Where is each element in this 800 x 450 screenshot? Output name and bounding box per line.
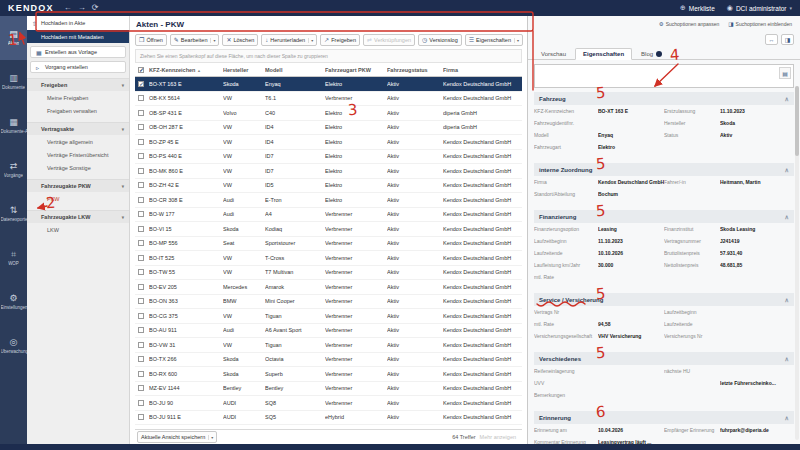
merkliste-button[interactable]: ⊕ Merkliste [680, 4, 715, 12]
row-checkbox[interactable] [138, 342, 144, 348]
table-row[interactable]: BO-AU 911 Audi A6 Avant Sport Verbrenner… [135, 324, 522, 339]
table-row[interactable]: BO-JU 911 E AUDI SQ5 eHybrid Aktiv Kendo… [135, 411, 522, 426]
rail-item-dokumente-admin[interactable]: ▦ Dokumente-Admin [0, 104, 27, 148]
download-button[interactable]: ↓ Herunterladen ▾ [261, 34, 317, 46]
menu-item-vertraege-fristenuebersicht[interactable]: Verträge Fristenübersicht ▾ [27, 148, 129, 161]
column-header-fahrzeugart[interactable]: Fahrzeugart PKW [325, 67, 387, 73]
rail-item-akten[interactable]: ▤ Akten [0, 16, 27, 60]
section-header[interactable]: Erinnerung ∧ [534, 411, 794, 424]
row-checkbox[interactable] [138, 356, 144, 362]
column-header-firma[interactable]: Firma [443, 67, 522, 73]
properties-button[interactable]: ☰ Eigenschaften ▾ [465, 34, 523, 46]
menu-item-freigaben-verwalten[interactable]: Freigaben verwalten ▾ [27, 104, 129, 117]
select-all-checkbox[interactable] [138, 67, 144, 73]
column-header-modell[interactable]: Modell [265, 67, 325, 73]
row-checkbox[interactable] [138, 327, 144, 333]
expand-panel-button[interactable]: ↔ [765, 34, 778, 45]
edit-button[interactable]: ✎ Bearbeiten ▾ [170, 34, 220, 46]
refresh-icon[interactable]: ⟳ [92, 4, 99, 12]
section-header[interactable]: Fahrzeug ∧ [534, 92, 794, 105]
suchoptionen-einblenden-link[interactable]: ◨ Suchoptionen einblenden [728, 21, 792, 27]
section-header[interactable]: Verschiedenes ∧ [534, 352, 794, 365]
table-row[interactable]: OB-SP 431 E Volvo C40 Elektro Aktiv dipe… [135, 106, 522, 121]
table-row[interactable]: BO-W 177 Audi A4 Verbrenner Aktiv Kendox… [135, 208, 522, 223]
row-checkbox[interactable] [138, 81, 144, 87]
menu-item-hochladen-mit-metadaten[interactable]: Hochladen mit Metadaten ▾ [27, 30, 129, 43]
column-header-hersteller[interactable]: Hersteller [223, 67, 265, 73]
table-row[interactable]: BO-MK 860 E VW ID7 Elektro Aktiv Kendox … [135, 164, 522, 179]
layout-panel-button[interactable]: ◨ [781, 34, 794, 45]
row-checkbox[interactable] [138, 139, 144, 145]
table-row[interactable]: BO-VW 31 VW Tiguan Verbrenner Aktiv Kend… [135, 338, 522, 353]
menu-item-vorgang-erstellen[interactable]: ▹ Vorgang erstellen ▾ [30, 61, 126, 73]
row-checkbox[interactable] [138, 168, 144, 174]
row-checkbox[interactable] [138, 124, 144, 130]
rail-item-wop[interactable]: ⌗ WOP [0, 236, 27, 280]
release-button[interactable]: ↗ Freigeben ▾ [320, 34, 360, 46]
row-checkbox[interactable] [138, 371, 144, 377]
rail-item-datenexporte[interactable]: ⇅ Datenexporte [0, 192, 27, 236]
table-row[interactable]: BO-VI 15 Skoda Kodiaq Verbrenner Aktiv K… [135, 222, 522, 237]
menu-item-vertraege-allgemein[interactable]: Verträge allgemein ▾ [27, 135, 129, 148]
tab-eigenschaften[interactable]: Eigenschaften [575, 48, 632, 60]
delete-button[interactable]: ✕ Löschen ▾ [222, 34, 258, 46]
table-row[interactable]: BO-ON 363 BMW Mini Cooper Verbrenner Akt… [135, 295, 522, 310]
row-checkbox[interactable] [138, 255, 144, 261]
search-input[interactable] [535, 66, 793, 88]
suchoptionen-anpassen-link[interactable]: ⚙ Suchoptionen anpassen [659, 21, 720, 27]
table-row[interactable]: BO-TW 55 VW T7 Multivan Verbrenner Aktiv… [135, 266, 522, 281]
table-row[interactable]: BO-PS 440 E VW ID7 Elektro Aktiv Kendox … [135, 150, 522, 165]
menu-group-vertragsakte[interactable]: Vertragsakte ▾ [27, 122, 129, 135]
menu-group-freigeben[interactable]: Freigeben ▾ [27, 78, 129, 91]
scrollbar[interactable] [795, 86, 799, 440]
forward-icon[interactable]: → [78, 4, 86, 12]
versionlog-button[interactable]: ◷ Versionslog ▾ [418, 34, 462, 46]
search-action-button[interactable]: ▤ [779, 67, 791, 79]
table-row[interactable]: BO-XT 163 E Skoda Enyaq Elektro Aktiv Ke… [135, 77, 522, 92]
row-checkbox[interactable] [138, 211, 144, 217]
row-checkbox[interactable] [138, 95, 144, 101]
rail-item-vorgaenge[interactable]: ⇄ Vorgänge [0, 148, 27, 192]
rail-item-dokumente[interactable]: ▥ Dokumente [0, 60, 27, 104]
table-row[interactable]: BO-IT 525 VW T-Cross Verbrenner Aktiv Ke… [135, 251, 522, 266]
menu-item-vertraege-sonstige[interactable]: Verträge Sonstige ▾ [27, 161, 129, 174]
open-button[interactable]: ❐ Öffnen ▾ [135, 34, 167, 46]
row-checkbox[interactable] [138, 226, 144, 232]
table-row[interactable]: BO-TX 266 Skoda Octavia Verbrenner Aktiv… [135, 353, 522, 368]
menu-item-erstellen-aus-vorlage[interactable]: ▦ Erstellen aus Vorlage ▾ [30, 46, 126, 58]
table-row[interactable]: MZ-EV 1144 Bentley Bentley Verbrenner Ak… [135, 382, 522, 397]
table-row[interactable]: BO-ZH 42 E VW ID5 Elektro Aktiv Kendox D… [135, 179, 522, 194]
menu-item-hochladen-in-akte[interactable]: ⇧ Hochladen in Akte ▾ [27, 16, 129, 30]
column-header-fahrzeugstatus[interactable]: Fahrzeugstatus [387, 67, 443, 73]
table-row[interactable]: OB-OH 287 E VW ID4 Elektro Aktiv diperia… [135, 121, 522, 136]
section-header[interactable]: interne Zuordnung ∧ [534, 163, 794, 176]
row-checkbox[interactable] [138, 414, 144, 420]
scrollbar-thumb[interactable] [795, 86, 799, 156]
links-button[interactable]: ⇄ Verknüpfungen ▾ [363, 34, 415, 46]
tab-vorschau[interactable]: Vorschau [534, 49, 573, 59]
row-checkbox[interactable] [138, 284, 144, 290]
save-view-button[interactable]: Aktuelle Ansicht speichern ▾ [137, 431, 217, 443]
tab-blog[interactable]: Blog [634, 49, 669, 59]
column-header-kennzeichen[interactable]: KFZ-Kennzeichen ▲ [149, 67, 223, 73]
row-checkbox[interactable] [138, 269, 144, 275]
row-checkbox[interactable] [138, 385, 144, 391]
menu-group-fahrzeugakte-pkw[interactable]: Fahrzeugakte PKW ▾ [27, 179, 129, 192]
section-header[interactable]: Service / Versicherung ∧ [534, 293, 794, 306]
row-checkbox[interactable] [138, 313, 144, 319]
rail-item-einstellungen[interactable]: ⚙ Einstellungen [0, 280, 27, 324]
table-row[interactable]: BO-EV 205 Mercedes Amarok Verbrenner Akt… [135, 280, 522, 295]
section-header[interactable]: Finanzierung ∧ [534, 210, 794, 223]
table-row[interactable]: OB-KX 5614 VW T6.1 Verbrenner Aktiv Kend… [135, 92, 522, 107]
table-row[interactable]: BO-ZP 45 E VW ID4 Elektro Aktiv Kendox D… [135, 135, 522, 150]
row-checkbox[interactable] [138, 400, 144, 406]
table-row[interactable]: BO-CG 375 VW Tiguan Verbrenner Aktiv Ken… [135, 309, 522, 324]
menu-item-lkw[interactable]: LKW ▾ [27, 223, 129, 236]
row-checkbox[interactable] [138, 240, 144, 246]
menu-group-fahrzeugakte-lkw[interactable]: Fahrzeugakte LKW ▾ [27, 210, 129, 223]
row-checkbox[interactable] [138, 182, 144, 188]
menu-item-pkw[interactable]: PKW ▾ [27, 192, 129, 205]
table-row[interactable]: BO-RX 600 Skoda Superb Verbrenner Aktiv … [135, 367, 522, 382]
row-checkbox[interactable] [138, 298, 144, 304]
menu-item-meine-freigaben[interactable]: Meine Freigaben ▾ [27, 91, 129, 104]
